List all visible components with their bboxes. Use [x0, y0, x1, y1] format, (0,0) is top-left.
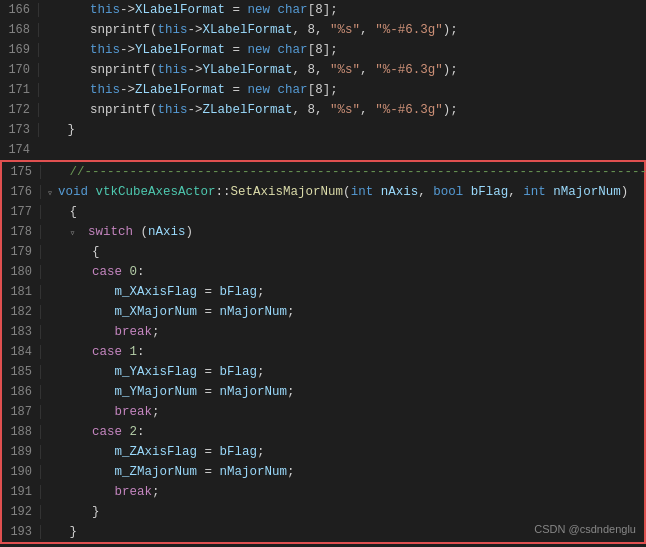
- line-179: 179 {: [2, 242, 644, 262]
- line-177: 177 {: [2, 202, 644, 222]
- line-168: 168 snprintf(this->XLabelFormat, 8, "%s"…: [0, 20, 646, 40]
- line-178: 178 ▿ switch (nAxis): [2, 222, 644, 242]
- line-192: 192 }: [2, 502, 644, 522]
- line-172: 172 snprintf(this->ZLabelFormat, 8, "%s"…: [0, 100, 646, 120]
- line-175: 175 //----------------------------------…: [2, 162, 644, 182]
- collapse-icon-178[interactable]: ▿: [70, 227, 80, 237]
- line-186: 186 m_YMajorNum = nMajorNum;: [2, 382, 644, 402]
- code-editor: 166 this->XLabelFormat = new char[8]; 16…: [0, 0, 646, 547]
- line-193: 193 }: [2, 522, 644, 542]
- line-174: 174: [0, 140, 646, 160]
- line-180: 180 case 0:: [2, 262, 644, 282]
- collapse-icon-176[interactable]: ▿: [47, 187, 57, 197]
- line-181: 181 m_XAxisFlag = bFlag;: [2, 282, 644, 302]
- line-173: 173 }: [0, 120, 646, 140]
- line-184: 184 case 1:: [2, 342, 644, 362]
- line-190: 190 m_ZMajorNum = nMajorNum;: [2, 462, 644, 482]
- line-169: 169 this->YLabelFormat = new char[8];: [0, 40, 646, 60]
- line-182: 182 m_XMajorNum = nMajorNum;: [2, 302, 644, 322]
- line-171: 171 this->ZLabelFormat = new char[8];: [0, 80, 646, 100]
- line-185: 185 m_YAxisFlag = bFlag;: [2, 362, 644, 382]
- line-189: 189 m_ZAxisFlag = bFlag;: [2, 442, 644, 462]
- line-188: 188 case 2:: [2, 422, 644, 442]
- line-191: 191 break;: [2, 482, 644, 502]
- line-166: 166 this->XLabelFormat = new char[8];: [0, 0, 646, 20]
- line-176: 176 ▿void vtkCubeAxesActor::SetAxisMajor…: [2, 182, 644, 202]
- line-183: 183 break;: [2, 322, 644, 342]
- line-187: 187 break;: [2, 402, 644, 422]
- line-170: 170 snprintf(this->YLabelFormat, 8, "%s"…: [0, 60, 646, 80]
